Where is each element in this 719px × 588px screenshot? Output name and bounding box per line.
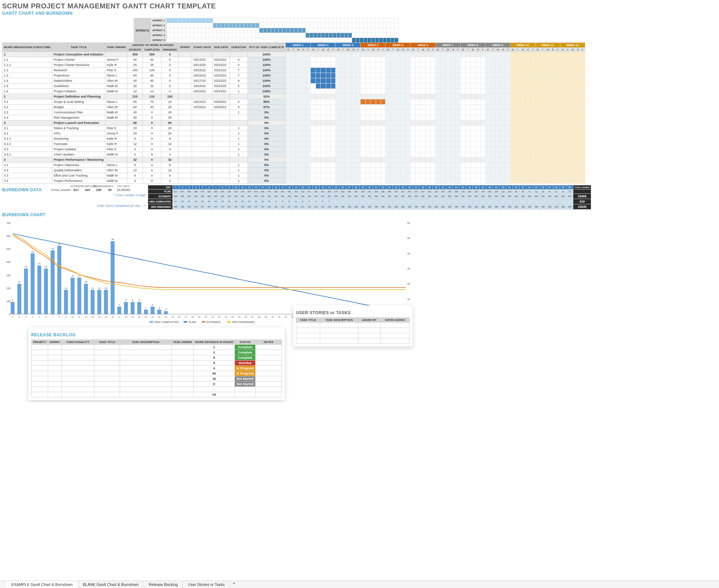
svg-text:0: 0 (9, 313, 11, 316)
svg-text:10: 10 (72, 316, 74, 318)
svg-rect-80 (24, 269, 28, 314)
svg-text:24: 24 (78, 275, 80, 277)
task-row[interactable]: 4.1Project ObjectivesSteve L80810% (2, 163, 585, 168)
svg-rect-112 (131, 302, 134, 314)
svg-text:3: 3 (25, 316, 27, 318)
task-row[interactable]: 2Project Definition and Planning21011010… (2, 94, 585, 99)
svg-text:500: 500 (6, 248, 11, 250)
task-row[interactable]: 4Project Performance / Monitoring320320% (2, 157, 585, 163)
task-row[interactable]: 3.2KPIsJenna P2002010% (2, 131, 585, 136)
svg-text:41: 41 (278, 316, 281, 318)
backlog-row[interactable]: 16Not Started (32, 376, 282, 382)
sprint-row-label: SPRINT 4 (151, 33, 167, 38)
svg-text:31: 31 (211, 316, 214, 318)
svg-text:ESTIMATE: ESTIMATE (207, 321, 220, 324)
svg-text:37: 37 (251, 316, 254, 318)
svg-rect-116 (144, 310, 148, 314)
svg-text:34: 34 (231, 316, 234, 318)
svg-text:16: 16 (105, 287, 107, 289)
svg-rect-90 (57, 246, 61, 314)
total-est: 617 (71, 188, 82, 192)
backlog-row[interactable]: 4In Progress (32, 366, 282, 371)
svg-text:40: 40 (271, 316, 274, 318)
task-row[interactable]: 3.1Status & TrackingPete S2002010% (2, 126, 585, 131)
svg-text:8: 8 (125, 299, 127, 301)
svg-text:18: 18 (125, 316, 127, 318)
svg-text:30: 30 (205, 316, 207, 318)
svg-rect-122 (164, 311, 168, 314)
svg-text:20: 20 (407, 283, 410, 285)
help-enter-days: ^ Enter number of days (2, 193, 146, 197)
backlog-row[interactable]: 8Not Started (32, 382, 282, 387)
svg-rect-84 (37, 265, 41, 314)
svg-text:17: 17 (118, 316, 120, 318)
svg-rect-120 (157, 310, 161, 314)
svg-text:20: 20 (138, 316, 140, 318)
task-row[interactable]: 3.2.1MonitoringKylie R80810% (2, 136, 585, 141)
task-row[interactable]: 1.5GuidelinesMalik M3232003/18/2203/22/2… (2, 84, 585, 89)
backlog-row[interactable]: 24 (32, 392, 282, 397)
week-header: WEEK 1 (286, 43, 311, 48)
svg-text:1: 1 (12, 316, 13, 318)
task-row[interactable]: 1.3ProjectionsSteve L6060003/16/2203/22/… (2, 73, 585, 78)
svg-text:39: 39 (265, 316, 267, 318)
svg-text:9: 9 (65, 316, 67, 318)
svg-text:8: 8 (12, 299, 13, 301)
total-days: 60 (104, 188, 116, 192)
svg-rect-86 (44, 269, 48, 314)
svg-rect-126 (184, 321, 187, 323)
task-row[interactable]: 4.3Effort and Cost TrackingMalik M80810% (2, 173, 585, 178)
task-row[interactable]: 3.2.2ForecastsKylie R1201210% (2, 141, 585, 147)
task-row[interactable]: 1.4StakeholdersAllen W4040003/17/2203/22… (2, 78, 585, 84)
week-header: WEEK 2 (311, 43, 336, 48)
task-row[interactable]: 1.6Project InitiationMalik M1212003/23/2… (2, 89, 585, 94)
svg-rect-100 (91, 290, 94, 314)
total-rem: 198 (93, 188, 104, 192)
sprint-row-label: SPRINT 2 (151, 23, 167, 28)
svg-text:100: 100 (6, 300, 11, 303)
backlog-col: FUNCTIONALITY (62, 340, 94, 345)
svg-text:26: 26 (178, 316, 180, 318)
sprint-row-label: SPRINT 3 (151, 28, 167, 33)
task-row[interactable]: 1.1Project CharterJenna P4040003/12/2203… (2, 57, 585, 62)
sprint-row-label: SPRINT 1 (151, 18, 167, 23)
page-title: SCRUM PROJECT MANAGEMENT GANTT CHART TEM… (2, 2, 717, 10)
week-header: WEEK 3 (336, 43, 361, 48)
totals-col-comp: COMPLETED (82, 185, 93, 187)
svg-text:27: 27 (185, 316, 187, 318)
backlog-row[interactable]: 1Complete (32, 345, 282, 350)
svg-text:400: 400 (6, 261, 11, 263)
task-row[interactable]: 2.1Scope & Goal SettingSteve L80701003/2… (2, 99, 585, 105)
task-row[interactable]: 2.2BudgetAllen W60402003/29/2204/02/2256… (2, 105, 585, 110)
svg-rect-76 (11, 302, 14, 314)
svg-text:2: 2 (19, 316, 20, 318)
backlog-row[interactable] (32, 387, 282, 392)
col-start: START DATE (192, 43, 212, 52)
svg-text:2: 2 (165, 308, 167, 310)
task-row[interactable]: 1Project Conception and Initiation309309… (2, 52, 585, 57)
task-row[interactable]: 3Project Launch and Execution660660% (2, 120, 585, 126)
svg-rect-94 (71, 278, 74, 314)
svg-text:5: 5 (152, 304, 153, 306)
total-hours-label: TOTAL HOURS (48, 189, 71, 192)
task-row[interactable]: 2.3Communication PlanMalik M4004010% (2, 110, 585, 115)
task-row[interactable]: 2.4Risk ManagementMalik M300300% (2, 115, 585, 120)
svg-text:24: 24 (72, 275, 74, 277)
svg-text:20: 20 (85, 281, 87, 283)
task-row[interactable]: 1.1.1Project Charter RevisionsKylie R252… (2, 62, 585, 68)
svg-text:19: 19 (131, 316, 134, 318)
backlog-row[interactable]: 2Complete (32, 350, 282, 355)
backlog-row[interactable]: 8Overdue (32, 361, 282, 366)
svg-text:50: 50 (407, 237, 410, 239)
backlog-row[interactable]: 80In Progress (32, 371, 282, 376)
task-row[interactable]: 3.3.1Chart UpdatesMalik M20210% (2, 152, 585, 157)
totals-col-est: ESTIMATE (71, 185, 82, 187)
task-row[interactable]: 4.4Project PerformanceMalik M40410% (2, 178, 585, 184)
task-row[interactable]: 4.2Quality DeliverablesAllen W1201210% (2, 168, 585, 173)
task-row[interactable]: 1.2ResearchPete S100100003/15/2203/21/22… (2, 68, 585, 73)
svg-text:700: 700 (6, 222, 11, 224)
svg-rect-130 (227, 321, 231, 323)
backlog-row[interactable]: 8Complete (32, 355, 282, 361)
user-stories-title: USER STORIES or TASKS (296, 310, 410, 315)
task-row[interactable]: 3.3Project UpdatesPete S40410% (2, 147, 585, 152)
